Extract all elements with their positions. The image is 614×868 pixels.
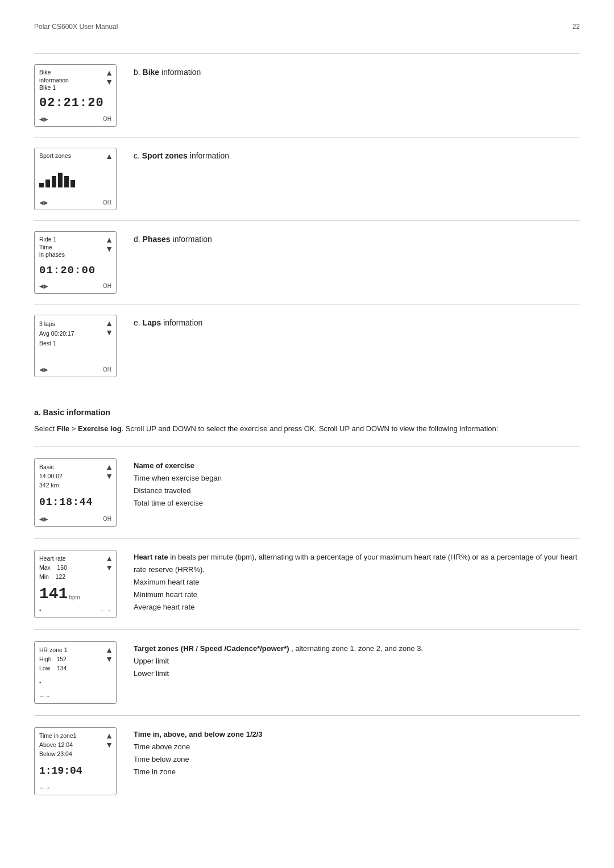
tiz-scroll: ▲▼: [105, 731, 113, 749]
basic-desc-line1: Time when exercise began: [134, 472, 580, 485]
bike-label-bold: Bike: [143, 68, 160, 77]
bike-section-row: ▲▼ BikeinformationBike 1 02:21:20 ◀▶ OH …: [34, 53, 580, 137]
tiz-desc-line2: Time below zone: [134, 753, 580, 766]
tiz-above: Above 12:04: [39, 741, 111, 750]
bike-device-box: ▲▼ BikeinformationBike 1 02:21:20 ◀▶ OH: [34, 64, 117, 127]
laps-label-bold: Laps: [143, 318, 161, 327]
basic-info-text: Select File > Exercise log. Scroll UP an…: [34, 423, 580, 435]
laps-device-box: ▲▼ 3 laps Avg 00:20:17 Best 1 ◀▶ OH: [34, 315, 117, 377]
page-header: Polar CS600X User Manual 22: [34, 23, 580, 31]
phases-section-row: ▲▼ Ride 1Timein phases 01:20:00 ◀▶ OH d.…: [34, 220, 580, 304]
heart-rate-data-row: ▲▼ Heart rate Max 160 Min 122 141 bpm • …: [34, 538, 580, 629]
manual-title: Polar CS600X User Manual: [34, 23, 118, 31]
sport-zones-label-bold: Sport zones: [142, 151, 188, 160]
hrz-desc-suffix: , alternating zone 1, zone 2, and zone 3…: [289, 644, 424, 653]
hrz-low: Low 134: [39, 664, 111, 673]
hr-zone-desc: Target zones (HR / Speed /Cadence*/power…: [134, 641, 580, 680]
laps-section-row: ▲▼ 3 laps Avg 00:20:17 Best 1 ◀▶ OH e. L…: [34, 304, 580, 387]
phases-label-bold: Phases: [143, 235, 171, 244]
tiz-desc-line1: Time above zone: [134, 741, 580, 753]
hrz-line1: HR zone 1: [39, 646, 111, 655]
basic-device-bottom: ◀▶ OH: [39, 516, 111, 522]
basic-data-device: ▲▼ Basic 14:00:02 342 km 01:18:44 ◀▶ OH: [34, 458, 117, 527]
hrz-desc-line1: Upper limit: [134, 655, 580, 667]
basic-desc-title: Name of exercise: [134, 461, 194, 470]
laps-section-label: e. Laps information: [134, 315, 580, 329]
basic-large: 01:18:44: [39, 496, 111, 508]
basic-line3: 342 km: [39, 481, 111, 490]
heart-rate-rows: Heart rate Max 160 Min 122: [39, 554, 111, 581]
laps-label-suffix: information: [161, 318, 202, 327]
basic-line1: Basic: [39, 463, 111, 472]
hr-zone-device: ▲▼ HR zone 1 High 152 Low 134 • ←→: [34, 641, 117, 704]
bar-2: [45, 180, 50, 187]
tiz-desc-line3: Time in zone: [134, 766, 580, 778]
hrz-dot: •: [39, 679, 42, 686]
laps-line2: Avg 00:20:17: [39, 329, 111, 339]
laps-label-prefix: e.: [134, 318, 143, 327]
basic-info-file: File: [57, 424, 69, 433]
sport-zones-section-label: c. Sport zones information: [134, 148, 580, 162]
bar-6: [70, 180, 75, 187]
hr-zone-data-row: ▲▼ HR zone 1 High 152 Low 134 • ←→ Targe…: [34, 629, 580, 715]
phases-device-title: Ride 1Timein phases: [39, 236, 111, 259]
hrz-arrow: ←→: [39, 693, 111, 699]
sport-zones-label-suffix: information: [188, 151, 229, 160]
phases-label-prefix: d.: [134, 235, 143, 244]
tiz-rows: Time in zone1 Above 12:04 Below 23:04: [39, 732, 111, 758]
sport-zones-title: Sport zones: [39, 152, 111, 160]
hr-zone-scroll: ▲▼: [105, 645, 113, 663]
bike-device-large: 02:21:20: [39, 96, 111, 110]
hr-bpm: bpm: [69, 594, 80, 600]
tiz-desc-title: Time in, above, and below zone 1/2/3: [134, 730, 263, 738]
bike-label-suffix: information: [159, 68, 201, 77]
basic-data-scroll: ▲▼: [105, 462, 113, 481]
sport-zones-section-row: ▲ Sport zones ◀▶ OH c. Sport zones infor…: [34, 137, 580, 220]
sport-zones-label-prefix: c.: [134, 151, 142, 160]
phases-label-suffix: information: [171, 235, 212, 244]
hrz-high: High 152: [39, 655, 111, 664]
hr-min-row: Min 122: [39, 573, 111, 582]
basic-desc: Name of exercise Time when exercise bega…: [134, 458, 580, 510]
hr-desc-line2: Minimum heart rate: [134, 589, 580, 601]
bar-1: [39, 183, 44, 187]
hr-dot: •: [39, 607, 42, 614]
hr-max-row: Max 160: [39, 564, 111, 573]
phases-scroll: ▲▼: [105, 235, 113, 253]
laps-device-content: 3 laps Avg 00:20:17 Best 1: [39, 319, 111, 348]
bike-label-prefix: b.: [134, 68, 143, 77]
basic-info-heading: a. Basic information: [34, 408, 580, 417]
laps-line1: 3 laps: [39, 319, 111, 329]
heart-rate-desc: Heart rate in beats per minute (bpm), al…: [134, 550, 580, 614]
bike-device-bottom: ◀▶ OH: [39, 116, 111, 122]
basic-info-text2: . Scroll UP and DOWN to select the exerc…: [122, 424, 499, 433]
basic-info-section: a. Basic information Select File > Exerc…: [34, 408, 580, 435]
phases-section-label: d. Phases information: [134, 231, 580, 245]
sport-zones-bars: [39, 172, 111, 187]
bar-4: [58, 173, 63, 187]
basic-info-gt: >: [69, 424, 78, 433]
hr-desc-title-suffix: in beats per minute (bpm), alternating w…: [134, 553, 577, 574]
time-in-zone-device: ▲▼ Time in zone1 Above 12:04 Below 23:04…: [34, 727, 117, 795]
hr-line1: Heart rate: [39, 554, 111, 564]
tiz-bottom: ←→: [39, 784, 111, 791]
scroll-arrows: ▲▼: [105, 68, 113, 86]
basic-line2: 14:00:02: [39, 472, 111, 481]
tiz-below: Below 23:04: [39, 750, 111, 759]
hrz-bottom: •: [39, 679, 111, 686]
hr-desc-title: Heart rate: [134, 553, 168, 561]
tiz-line1: Time in zone1: [39, 732, 111, 741]
basic-data-row: ▲▼ Basic 14:00:02 342 km 01:18:44 ◀▶ OH …: [34, 446, 580, 538]
bar-5: [64, 176, 69, 187]
laps-device-bottom: ◀▶ OH: [39, 366, 111, 373]
laps-line3: Best 1: [39, 339, 111, 348]
hr-large-row: 141 bpm: [39, 585, 111, 603]
heart-rate-scroll: ▲▼: [105, 554, 113, 572]
basic-info-text-select: Select: [34, 424, 57, 433]
laps-scroll: ▲▼: [105, 319, 113, 337]
time-in-zone-desc: Time in, above, and below zone 1/2/3 Tim…: [134, 727, 580, 778]
basic-desc-line2: Distance traveled: [134, 485, 580, 497]
phases-device-bottom: ◀▶ OH: [39, 283, 111, 289]
phases-device-large: 01:20:00: [39, 264, 111, 277]
hrz-desc-title: Target zones (HR / Speed /Cadence*/power…: [134, 644, 289, 653]
